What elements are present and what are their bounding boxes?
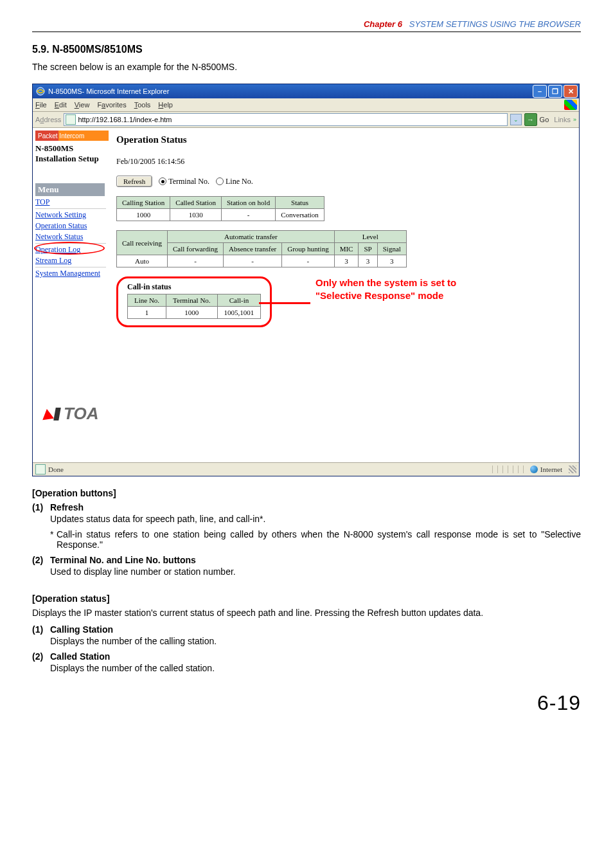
page-icon (66, 114, 76, 125)
col-level: Level (334, 231, 406, 243)
chapter-label: Chapter 6 (364, 19, 402, 29)
sidebar-model: N-8500MS (35, 143, 110, 154)
sidebar-item-operation-status[interactable]: Operation Status (35, 221, 110, 231)
page-title: Operation Status (116, 134, 573, 145)
operation-status-intro: Displays the IP master station's current… (32, 608, 581, 618)
sidebar-item-network-status[interactable]: Network Status (35, 232, 110, 242)
callin-status-box: Call-in status Line No. Terminal No. Cal… (116, 276, 272, 327)
status-progress (488, 466, 524, 473)
address-url: http://192.168.1.1/index-e.htm (78, 116, 172, 123)
table-row: Auto - - - 3 3 3 (117, 255, 407, 267)
radio-terminal-no[interactable]: Terminal No. (159, 177, 209, 186)
ie-icon (36, 87, 45, 96)
col-calling-station: Calling Station (117, 197, 170, 209)
go-button[interactable]: → (524, 113, 537, 126)
annotation-connector (259, 302, 310, 304)
col-line-no: Line No. (128, 294, 166, 307)
table-row: 1000 1030 - Conversation (117, 209, 324, 221)
toa-logo-bar-icon (53, 408, 61, 420)
sidebar-item-system-management[interactable]: System Management (35, 269, 110, 278)
list-item: (2) Terminal No. and Line No. buttons (32, 555, 581, 565)
sidebar-item-operation-log[interactable]: Operation Log (35, 245, 110, 255)
globe-icon (530, 466, 538, 473)
col-terminal-no: Terminal No. (166, 294, 218, 307)
col-call-receiving: Call receiving (117, 231, 168, 255)
address-bar: Address http://192.168.1.1/index-e.htm ⌄… (33, 112, 579, 128)
table-row: 1 1000 1005,1001 (128, 307, 261, 319)
col-called-station: Called Station (170, 197, 222, 209)
close-button[interactable]: ✕ (564, 85, 578, 98)
toa-logo-triangle-icon (41, 408, 54, 419)
status-done: Done (48, 466, 64, 473)
menubar: File Edit View Favorites Tools Help (33, 98, 579, 112)
address-label: Address (35, 116, 61, 123)
station-table: Calling Station Called Station Station o… (116, 196, 324, 221)
callin-title: Call-in status (127, 282, 261, 292)
operation-buttons-header: [Operation buttons] (32, 488, 581, 498)
list-item: (1) Refresh (32, 502, 581, 512)
done-icon (35, 464, 46, 475)
item-desc: Displays the number of the called statio… (50, 663, 581, 673)
col-group-hunting: Group hunting (282, 243, 334, 255)
menu-edit[interactable]: Edit (55, 101, 67, 109)
annotation-text: Only when the system is set to "Selectiv… (315, 276, 521, 303)
content-area: Operation Status Feb/10/2005 16:14:56 Re… (112, 128, 579, 462)
col-call-in: Call-in (217, 294, 261, 307)
divider (35, 243, 106, 244)
item-desc: Displays the number of the calling stati… (50, 636, 581, 646)
operation-status-header: [Operation status] (32, 593, 581, 604)
divider (35, 267, 106, 267)
section-title: 5.9. N-8500MS/8510MS (32, 44, 581, 55)
timestamp: Feb/10/2005 16:14:56 (116, 157, 573, 167)
menu-favorites[interactable]: Favorites (97, 101, 126, 109)
address-field[interactable]: http://192.168.1.1/index-e.htm (64, 113, 507, 126)
minimize-button[interactable]: – (533, 85, 547, 98)
sidebar-item-stream-log[interactable]: Stream Log (35, 256, 110, 266)
header-rule (32, 32, 581, 32)
sidebar-item-network-setting[interactable]: Network Setting (35, 210, 110, 220)
menu-tools[interactable]: Tools (134, 101, 151, 109)
browser-window: N-8500MS- Microsoft Internet Explorer – … (32, 84, 580, 476)
radio-line-no[interactable]: Line No. (216, 177, 253, 186)
sidebar-install: Installation Setup (35, 154, 110, 164)
window-title: N-8500MS- Microsoft Internet Explorer (48, 87, 531, 95)
item-note: * Call-in status refers to one station b… (50, 529, 581, 550)
status-zone: Internet (530, 466, 562, 473)
address-dropdown-button[interactable]: ⌄ (510, 114, 522, 125)
item-desc: Used to display line number or station n… (50, 566, 581, 577)
go-label: Go (540, 116, 549, 123)
col-automatic-transfer: Automatic transfer (168, 231, 335, 243)
sidebar-menu-head: Menu (35, 183, 105, 196)
col-call-forwarding: Call forwarding (168, 243, 224, 255)
list-item: (2) Called Station (32, 651, 581, 662)
col-status: Status (276, 197, 324, 209)
ie-flag-icon (564, 100, 577, 110)
item-desc: Updates status data for speech path, lin… (50, 514, 581, 524)
maximize-button[interactable]: ❐ (548, 85, 562, 98)
chapter-header: Chapter 6 SYSTEM SETTINGS USING THE BROW… (32, 19, 581, 29)
menu-help[interactable]: Help (158, 101, 173, 109)
col-sp: SP (359, 243, 377, 255)
titlebar: N-8500MS- Microsoft Internet Explorer – … (33, 84, 579, 98)
page-number: 6-19 (32, 691, 581, 715)
radio-icon (159, 177, 166, 185)
col-signal: Signal (377, 243, 406, 255)
links-chevron-icon[interactable]: » (573, 116, 576, 123)
resize-grip-icon (569, 466, 576, 473)
links-label[interactable]: Links (554, 116, 571, 123)
divider (35, 208, 106, 209)
section-intro: The screen below is an example for the N… (32, 62, 581, 72)
menu-view[interactable]: View (75, 101, 90, 109)
col-station-on-hold: Station on hold (221, 197, 275, 209)
col-absence-transfer: Absence transfer (223, 243, 281, 255)
chapter-title: SYSTEM SETTINGS USING THE BROWSER (409, 19, 581, 29)
list-item: (1) Calling Station (32, 624, 581, 635)
callin-table: Line No. Terminal No. Call-in 1 1000 100… (127, 294, 261, 319)
col-mic: MIC (334, 243, 359, 255)
transfer-table: Call receiving Automatic transfer Level … (116, 230, 407, 267)
sidebar-item-top[interactable]: TOP (35, 197, 110, 207)
menu-file[interactable]: File (35, 101, 47, 109)
toa-logo: TOA (42, 404, 98, 424)
packet-logo: Packet Intercom (35, 131, 109, 141)
refresh-button[interactable]: Refresh (116, 176, 152, 187)
